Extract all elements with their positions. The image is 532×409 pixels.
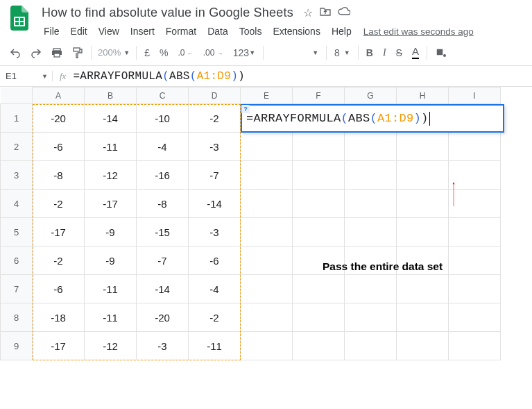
row-header-8[interactable]: 8	[1, 303, 33, 332]
cell-E8[interactable]	[241, 303, 293, 332]
cell-G7[interactable]	[345, 275, 397, 303]
cell-F5[interactable]	[293, 218, 345, 247]
cloud-status-icon[interactable]	[338, 6, 350, 19]
cell-D1[interactable]: -2	[189, 104, 241, 133]
font-family-select[interactable]: ▼	[267, 49, 323, 56]
cell-C9[interactable]: -3	[137, 332, 189, 360]
spreadsheet-grid[interactable]: ABCDEFGHI1-20-14-10-22-6-11-4-33-8-12-16…	[0, 87, 532, 360]
formula-help-icon[interactable]: ?	[241, 105, 250, 113]
col-header-E[interactable]: E	[241, 87, 293, 104]
cell-I7[interactable]	[449, 275, 501, 303]
move-icon[interactable]	[320, 6, 331, 19]
decrease-decimal-button[interactable]: .0 ←	[173, 43, 197, 62]
menu-edit[interactable]: Edit	[66, 23, 92, 40]
cell-A7[interactable]: -6	[33, 275, 85, 303]
row-header-4[interactable]: 4	[1, 190, 33, 218]
print-button[interactable]	[47, 43, 67, 62]
menu-tools[interactable]: Tools	[234, 23, 267, 40]
increase-decimal-button[interactable]: .00 →	[199, 43, 228, 62]
cell-F2[interactable]	[293, 133, 345, 161]
cell-C3[interactable]: -16	[137, 161, 189, 190]
fill-color-button[interactable]	[431, 43, 450, 62]
cell-D4[interactable]: -14	[189, 190, 241, 218]
cell-H9[interactable]	[397, 332, 449, 360]
menu-format[interactable]: Format	[161, 23, 201, 40]
font-size-select[interactable]: 8▼	[330, 47, 354, 58]
menu-extensions[interactable]: Extensions	[268, 23, 325, 40]
cell-H8[interactable]	[397, 303, 449, 332]
cell-I9[interactable]	[449, 332, 501, 360]
cell-editor[interactable]: ? =ARRAYFORMULA(ABS(A1:D9))	[241, 104, 504, 133]
cell-D2[interactable]: -3	[189, 133, 241, 161]
cell-B4[interactable]: -17	[85, 190, 137, 218]
redo-button[interactable]	[26, 43, 46, 62]
cell-E9[interactable]	[241, 332, 293, 360]
cell-A4[interactable]: -2	[33, 190, 85, 218]
cell-E4[interactable]	[241, 190, 293, 218]
cell-G2[interactable]	[345, 133, 397, 161]
row-header-5[interactable]: 5	[1, 218, 33, 247]
cell-D3[interactable]: -7	[189, 161, 241, 190]
cell-H4[interactable]	[397, 190, 449, 218]
cell-I3[interactable]	[449, 161, 501, 190]
col-header-I[interactable]: I	[449, 87, 501, 104]
cell-D5[interactable]: -3	[189, 218, 241, 247]
cell-B7[interactable]: -11	[85, 275, 137, 303]
cell-F9[interactable]	[293, 332, 345, 360]
cell-C5[interactable]: -15	[137, 218, 189, 247]
col-header-F[interactable]: F	[293, 87, 345, 104]
cell-A1[interactable]: -20	[33, 104, 85, 133]
cell-G4[interactable]	[345, 190, 397, 218]
menu-data[interactable]: Data	[203, 23, 233, 40]
cell-C1[interactable]: -10	[137, 104, 189, 133]
last-edit-link[interactable]: Last edit was seconds ago	[363, 26, 474, 37]
row-header-2[interactable]: 2	[1, 133, 33, 161]
col-header-G[interactable]: G	[345, 87, 397, 104]
cell-G9[interactable]	[345, 332, 397, 360]
cell-I5[interactable]	[449, 218, 501, 247]
cell-F3[interactable]	[293, 161, 345, 190]
col-header-C[interactable]: C	[137, 87, 189, 104]
cell-D8[interactable]: -2	[189, 303, 241, 332]
cell-I2[interactable]	[449, 133, 501, 161]
cell-A3[interactable]: -8	[33, 161, 85, 190]
undo-button[interactable]	[6, 43, 25, 62]
more-formats-button[interactable]: 123▼	[229, 43, 259, 62]
cell-D7[interactable]: -4	[189, 275, 241, 303]
name-box[interactable]: E1▼	[0, 71, 53, 81]
currency-button[interactable]: £	[140, 43, 154, 62]
cell-C7[interactable]: -14	[137, 275, 189, 303]
cell-I8[interactable]	[449, 303, 501, 332]
row-header-1[interactable]: 1	[1, 104, 33, 133]
cell-B8[interactable]: -11	[85, 303, 137, 332]
cell-D6[interactable]: -6	[189, 247, 241, 275]
cell-B1[interactable]: -14	[85, 104, 137, 133]
cell-G8[interactable]	[345, 303, 397, 332]
percent-button[interactable]: %	[155, 43, 172, 62]
cell-H2[interactable]	[397, 133, 449, 161]
cell-F7[interactable]	[293, 275, 345, 303]
row-header-6[interactable]: 6	[1, 247, 33, 275]
col-header-A[interactable]: A	[33, 87, 85, 104]
italic-button[interactable]: I	[379, 43, 391, 62]
formula-bar-input[interactable]: =ARRAYFORMULA(ABS(A1:D9))	[73, 70, 245, 83]
cell-A2[interactable]: -6	[33, 133, 85, 161]
cell-E7[interactable]	[241, 275, 293, 303]
cell-F8[interactable]	[293, 303, 345, 332]
cell-F4[interactable]	[293, 190, 345, 218]
zoom-select[interactable]: 200%▼	[95, 47, 132, 58]
menu-help[interactable]: Help	[327, 23, 357, 40]
star-icon[interactable]: ☆	[303, 6, 313, 19]
col-header-B[interactable]: B	[85, 87, 137, 104]
cell-A6[interactable]: -2	[33, 247, 85, 275]
menu-insert[interactable]: Insert	[126, 23, 160, 40]
row-header-3[interactable]: 3	[1, 161, 33, 190]
cell-C2[interactable]: -4	[137, 133, 189, 161]
bold-button[interactable]: B	[362, 43, 377, 62]
cell-D9[interactable]: -11	[189, 332, 241, 360]
cell-E6[interactable]	[241, 247, 293, 275]
strikethrough-button[interactable]: S	[392, 43, 406, 62]
cell-I4[interactable]	[449, 190, 501, 218]
cell-H5[interactable]	[397, 218, 449, 247]
cell-B9[interactable]: -12	[85, 332, 137, 360]
